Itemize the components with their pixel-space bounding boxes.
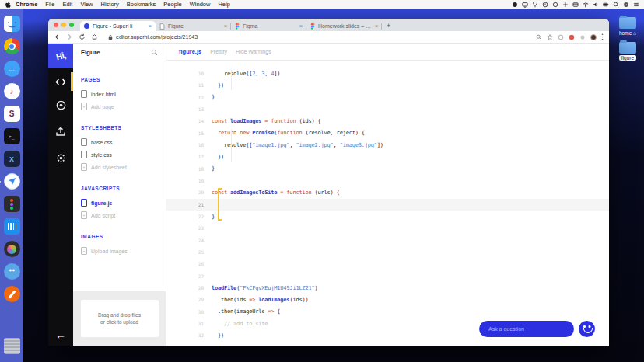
code-line[interactable]: 14const loadImages = function (ids) { — [166, 115, 609, 127]
code-line[interactable]: 26 — [166, 258, 609, 270]
display-icon[interactable] — [522, 2, 528, 8]
code-line[interactable]: 11 }) — [166, 79, 609, 91]
code-line[interactable]: 16 resolve(["image1.jpg", "image2.jpg", … — [166, 139, 609, 151]
tab-close-icon[interactable]: × — [224, 23, 227, 29]
dock-music-icon[interactable]: ♪ — [4, 83, 20, 99]
menu-window[interactable]: Window — [186, 1, 215, 8]
dock-xcode-icon[interactable]: X — [4, 151, 20, 167]
upload-dropzone[interactable]: Drag and drop files or click to upload — [73, 291, 166, 346]
extension-icon[interactable] — [558, 34, 564, 40]
sidebar-search-icon[interactable] — [151, 49, 158, 56]
volume-icon[interactable] — [593, 2, 599, 8]
dock-tweetbot-icon[interactable] — [4, 263, 20, 280]
clock-icon[interactable] — [542, 2, 548, 8]
ask-question-button[interactable]: Ask a question — [479, 321, 574, 337]
dock-airmail-icon[interactable] — [4, 173, 20, 190]
code-line[interactable]: 10 resolve([2, 3, 4]) — [166, 68, 609, 79]
address-bar[interactable]: editor.superhi.com/projects/21943 — [103, 33, 530, 42]
home-icon[interactable] — [91, 33, 98, 40]
code-line[interactable]: 28loadFile("PkCFgvXEujM1U49Ji1LZ21") — [166, 282, 609, 294]
menu-people[interactable]: People — [159, 1, 185, 8]
tab-4[interactable]: Homework slides – Figma× — [306, 21, 382, 31]
menu-bookmarks[interactable]: Bookmarks — [123, 1, 160, 8]
back-arrow-button[interactable]: ← — [48, 329, 73, 341]
settings-button[interactable] — [48, 148, 73, 168]
window-icon[interactable] — [572, 2, 579, 8]
code-line[interactable]: 20const addImagesToSite = function (urls… — [166, 186, 609, 198]
code-line[interactable]: 24 — [166, 235, 609, 246]
sidebar-item-upload-images[interactable]: +Upload images — [81, 245, 158, 257]
siri-icon[interactable] — [623, 2, 629, 8]
dock-slack-icon[interactable]: S — [4, 106, 20, 122]
code-line[interactable]: 22} — [166, 211, 609, 222]
dock-intercom-icon[interactable] — [4, 218, 20, 235]
open-file-tab[interactable]: figure.js — [179, 48, 201, 55]
desktop-icon-figure[interactable]: figure — [614, 42, 641, 61]
tab-close-icon[interactable]: × — [149, 23, 152, 29]
sidebar-item-add-page[interactable]: +Add page — [81, 100, 158, 113]
preview-eye-button[interactable] — [48, 95, 73, 115]
code-line[interactable]: 27 — [166, 270, 609, 282]
battery-icon[interactable] — [603, 2, 609, 8]
menu-file[interactable]: File — [41, 1, 58, 8]
filled-circle-icon[interactable] — [512, 2, 518, 8]
code-line[interactable]: 12} — [166, 92, 609, 103]
sidebar-item-figure-js[interactable]: figure.js — [81, 197, 158, 209]
bookmark-star-icon[interactable] — [547, 34, 553, 40]
wifi-icon[interactable] — [583, 2, 589, 8]
search-icon[interactable] — [613, 2, 619, 8]
menu-lines-icon[interactable] — [633, 2, 639, 8]
code-line[interactable]: 21 — [166, 199, 609, 211]
new-tab-button[interactable]: + — [382, 22, 396, 31]
dock-figma-icon[interactable] — [4, 196, 20, 212]
dock-finder-icon[interactable] — [4, 16, 20, 32]
upload-button[interactable] — [48, 121, 73, 141]
code-line[interactable]: 30 .then(imageUrls => { — [166, 306, 609, 318]
adblock-extension-icon[interactable] — [569, 34, 575, 40]
code-view-button[interactable] — [48, 71, 73, 92]
extension-icon-2[interactable] — [579, 34, 586, 40]
code-line[interactable]: 25 — [166, 246, 609, 258]
sidebar-item-index-html[interactable]: index.html — [81, 88, 158, 100]
code-line[interactable]: 19 — [166, 175, 609, 186]
trident-icon[interactable] — [532, 2, 538, 8]
desktop-icon-home[interactable]: home ⌂ — [614, 17, 641, 36]
code-line[interactable]: 18} — [166, 163, 609, 175]
tab-close-icon[interactable]: × — [299, 23, 303, 29]
plus-icon[interactable] — [562, 2, 569, 8]
action-prettify[interactable]: Prettify — [210, 49, 227, 54]
sidebar-item-add-stylesheet[interactable]: +Add stylesheet — [81, 161, 158, 173]
dock-messages-icon[interactable]: … — [4, 61, 20, 77]
forward-icon[interactable] — [66, 33, 73, 40]
menu-edit[interactable]: Edit — [58, 1, 76, 8]
minimize-window-button[interactable] — [61, 23, 66, 27]
dock-pencil-app-icon[interactable] — [4, 286, 20, 302]
action-hide-warnings[interactable]: Hide Warnings — [236, 49, 271, 54]
sidebar-item-add-script[interactable]: +Add script — [81, 209, 158, 221]
reload-icon[interactable] — [79, 33, 86, 40]
smiley-help-icon[interactable] — [579, 321, 595, 337]
back-icon[interactable] — [54, 33, 61, 40]
apple-icon[interactable] — [5, 2, 12, 8]
code-line[interactable]: 29 .then(ids => loadImages(ids)) — [166, 294, 609, 305]
sidebar-item-style-css[interactable]: style.css — [81, 148, 158, 161]
code-line[interactable]: 15 return new Promise(function (resolve,… — [166, 127, 609, 139]
code-line[interactable]: 23 — [166, 222, 609, 234]
code-line[interactable]: 13 — [166, 103, 609, 115]
sidebar-item-base-css[interactable]: base.css — [81, 136, 158, 148]
browser-menu-icon[interactable] — [601, 33, 604, 40]
code-line[interactable]: 17 }) — [166, 151, 609, 162]
zoom-window-button[interactable] — [69, 23, 74, 27]
search-icon[interactable] — [536, 34, 542, 40]
menu-chrome[interactable]: Chrome — [12, 1, 41, 8]
dock-terminal-icon[interactable]: >_ — [4, 128, 20, 144]
close-window-button[interactable] — [54, 23, 58, 27]
superhi-logo[interactable]: Hi, — [48, 44, 73, 68]
dock-screenflow-icon[interactable] — [4, 241, 20, 257]
dock-trash-icon[interactable] — [4, 338, 20, 354]
menu-view[interactable]: View — [76, 1, 96, 8]
code-editor[interactable]: 10 resolve([2, 3, 4])11 })12}1314const l… — [166, 61, 609, 346]
circle-outline-icon[interactable] — [552, 2, 558, 8]
tab-2[interactable]: Figure× — [156, 21, 231, 31]
tab-1[interactable]: Figure - SuperHi× — [80, 21, 156, 31]
